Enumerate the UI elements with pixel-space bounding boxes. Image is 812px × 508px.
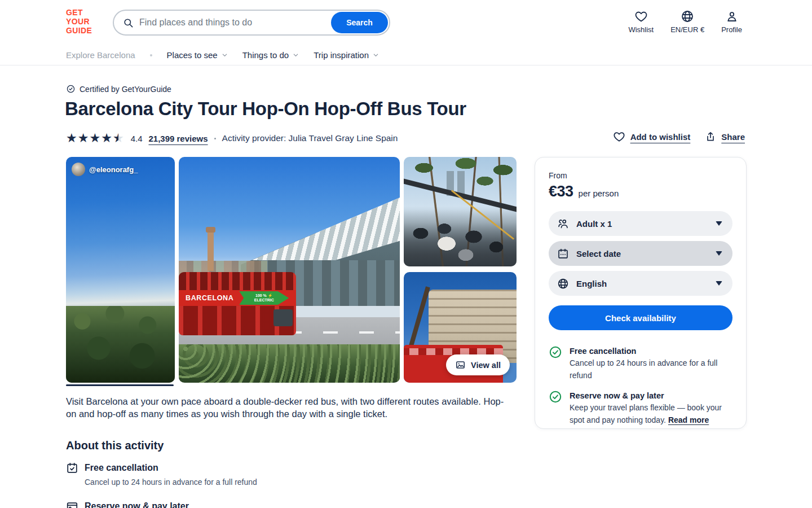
nav-item-label: Places to see: [167, 50, 218, 60]
benefit-title: Free cancellation: [570, 347, 732, 356]
price-value: €33: [549, 183, 573, 200]
booking-card: From €33 per person Adult x 1 Select dat…: [535, 157, 747, 429]
certified-check-icon: [66, 84, 76, 94]
locale-selector[interactable]: EN/EUR €: [670, 10, 704, 34]
heart-icon: [634, 10, 648, 23]
price-from-label: From: [549, 171, 732, 180]
secondary-nav: Explore Barcelona Places to see Things t…: [66, 50, 379, 60]
gallery-photo-casa-mila[interactable]: View all: [404, 272, 517, 383]
globe-icon: [557, 278, 569, 290]
check-availability-button[interactable]: Check availability: [549, 305, 732, 330]
getyourguide-logo[interactable]: GET YOUR GUIDE: [66, 8, 92, 35]
about-item-title: Reserve now & pay later: [85, 501, 189, 508]
view-all-label: View all: [471, 361, 501, 370]
profile-icon: [725, 10, 739, 23]
wishlist-label: Wishlist: [628, 25, 654, 34]
bus-destination-sign: BARCELONA: [186, 294, 233, 302]
credit-card-icon: [66, 500, 78, 508]
gallery-photo-bus-deck[interactable]: [404, 157, 517, 266]
rating-row: ★★★★★ ★★★★★ 4.4 21,399 reviews Activity …: [66, 131, 398, 146]
attribution-handle: @eleonorafg_: [89, 165, 138, 174]
reviews-link[interactable]: 21,399 reviews: [148, 134, 208, 143]
star-rating: ★★★★★ ★★★★★: [66, 132, 125, 144]
header-actions: Add to wishlist Share: [613, 130, 745, 143]
search-input[interactable]: [139, 17, 331, 28]
photo-gallery: @eleonorafg_ BARCELONA 100 % ⚡ ELECTRIC: [66, 157, 517, 383]
chevron-down-icon: [716, 251, 722, 256]
search-bar[interactable]: Search: [113, 10, 390, 36]
certified-badge: Certified by GetYourGuide: [66, 84, 171, 94]
photo-passengers-region: [404, 209, 517, 266]
about-item-title: Free cancellation: [85, 463, 158, 473]
nav-item-label: Trip inspiration: [314, 50, 369, 60]
globe-icon: [681, 10, 694, 23]
page: GET YOUR GUIDE Search Wishlist EN/EUR €: [0, 0, 812, 508]
photo-red-bus: BARCELONA 100 % ⚡ ELECTRIC: [179, 272, 296, 335]
chevron-down-icon: [716, 281, 722, 286]
image-icon: [455, 360, 466, 370]
booking-options: Adult x 1 Select date English: [549, 211, 732, 296]
header-divider: [0, 65, 812, 65]
wishlist-nav[interactable]: Wishlist: [628, 10, 654, 34]
activity-description: Visit Barcelona at your own pace aboard …: [66, 396, 513, 421]
chevron-down-icon: [716, 221, 722, 226]
search-icon: [123, 17, 134, 28]
benefit-reserve-now: Reserve now & pay later Keep your travel…: [549, 390, 732, 426]
heart-icon: [613, 130, 625, 143]
avatar: [72, 163, 85, 176]
nav-separator-dot: [150, 54, 152, 56]
stars-filled: ★★★★★: [66, 132, 118, 144]
about-item-desc: Cancel up to 24 hours in advance for a f…: [85, 478, 257, 487]
activity-provider: Activity provider: Julia Travel Gray Lin…: [222, 133, 398, 143]
people-icon: [557, 218, 569, 230]
logo-line-1: GET: [66, 8, 92, 17]
page-title: Barcelona City Tour Hop-On Hop-Off Bus T…: [65, 98, 466, 120]
bus-electric-badge: 100 % ⚡ ELECTRIC: [239, 291, 289, 305]
participants-dropdown[interactable]: Adult x 1: [549, 211, 732, 236]
logo-line-3: GUIDE: [66, 26, 92, 35]
share-button[interactable]: Share: [705, 131, 745, 142]
share-label: Share: [721, 132, 745, 142]
check-circle-icon: [549, 345, 562, 359]
chevron-down-icon: [373, 52, 379, 58]
photo-bushes-region: [179, 344, 400, 383]
add-to-wishlist-button[interactable]: Add to wishlist: [613, 130, 691, 143]
benefit-desc: Cancel up to 24 hours in advance for a f…: [570, 357, 732, 382]
calendar-check-icon: [66, 462, 78, 474]
logo-line-2: YOUR: [66, 17, 92, 26]
search-button[interactable]: Search: [331, 12, 388, 33]
nav-trip-inspiration[interactable]: Trip inspiration: [314, 50, 379, 60]
nav-things-to-do[interactable]: Things to do: [242, 50, 299, 60]
price-unit-label: per person: [579, 189, 619, 198]
read-more-link[interactable]: Read more: [668, 415, 709, 424]
add-to-wishlist-label: Add to wishlist: [630, 132, 691, 142]
about-item-reserve-now: Reserve now & pay later: [66, 500, 189, 508]
chevron-down-icon: [293, 52, 299, 58]
rating-value: 4.4: [131, 134, 143, 143]
certified-label: Certified by GetYourGuide: [80, 85, 171, 94]
about-item-free-cancellation: Free cancellation Cancel up to 24 hours …: [66, 462, 257, 487]
benefit-title: Reserve now & pay later: [570, 391, 732, 400]
profile-label: Profile: [721, 25, 742, 34]
date-dropdown[interactable]: Select date: [549, 241, 732, 266]
language-dropdown[interactable]: English: [549, 271, 732, 296]
benefit-free-cancellation: Free cancellation Cancel up to 24 hours …: [549, 345, 732, 382]
locale-label: EN/EUR €: [670, 25, 704, 34]
photo-trees-region: [66, 306, 175, 383]
meta-separator-dot: [214, 138, 216, 139]
language-value: English: [576, 279, 607, 288]
share-icon: [705, 131, 716, 142]
about-heading: About this activity: [66, 439, 164, 452]
nav-item-label: Things to do: [242, 50, 289, 60]
breadcrumb-explore[interactable]: Explore Barcelona: [66, 50, 135, 60]
check-circle-icon: [549, 390, 562, 404]
gallery-photo-city-view[interactable]: @eleonorafg_: [66, 157, 175, 383]
profile-nav[interactable]: Profile: [721, 10, 742, 34]
gallery-photo-bus-street[interactable]: BARCELONA 100 % ⚡ ELECTRIC: [179, 157, 400, 383]
nav-places-to-see[interactable]: Places to see: [167, 50, 228, 60]
participants-value: Adult x 1: [576, 219, 612, 229]
photo-tower-region: [208, 231, 214, 271]
view-all-photos-button[interactable]: View all: [446, 354, 510, 375]
benefit-desc: Keep your travel plans flexible — book y…: [570, 402, 732, 426]
gallery-active-indicator: [66, 384, 174, 386]
